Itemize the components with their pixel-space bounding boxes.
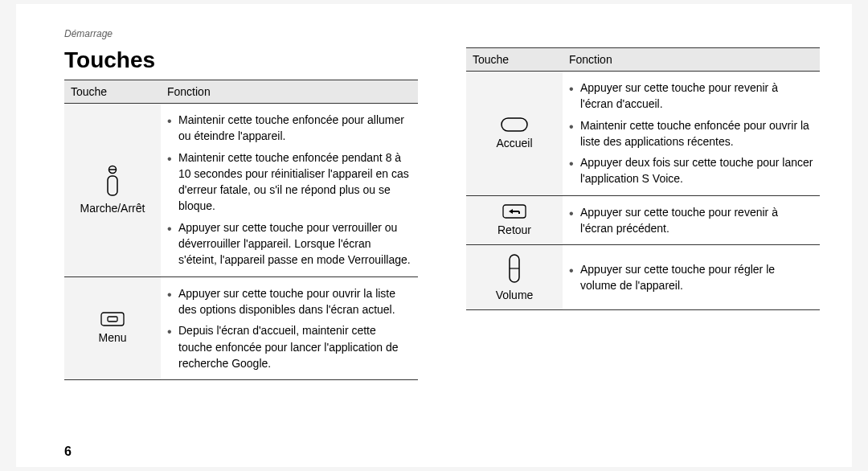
fn-item: Maintenir cette touche enfoncée pour all… <box>167 112 411 145</box>
svg-rect-4 <box>108 317 117 322</box>
left-table: Touche Fonction Marche/Arrêt <box>64 80 418 380</box>
key-cell-power: Marche/Arrêt <box>64 104 161 277</box>
key-cell-back: Retour <box>466 195 563 245</box>
svg-rect-5 <box>502 118 527 131</box>
key-label: Volume <box>496 289 534 301</box>
table-header-row: Touche Fonction <box>64 80 418 104</box>
table-header-row: Touche Fonction <box>466 48 820 72</box>
table-row: Retour Appuyer sur cette touche pour rev… <box>466 195 820 245</box>
page-title: Touches <box>64 47 418 73</box>
fn-item: Appuyer sur cette touche pour régler le … <box>569 261 813 294</box>
key-cell-volume: Volume <box>466 245 563 310</box>
col-fonction: Fonction <box>563 48 820 72</box>
col-fonction: Fonction <box>161 80 418 104</box>
page: Démarrage Touches Touche Fonction <box>16 4 852 467</box>
fn-item: Appuyer sur cette touche pour revenir à … <box>569 80 813 113</box>
key-label: Accueil <box>496 137 532 149</box>
home-icon <box>501 117 528 132</box>
fn-cell: Appuyer sur cette touche pour ouvrir la … <box>161 276 418 379</box>
table-row: Volume Appuyer sur cette touche pour rég… <box>466 245 820 310</box>
table-row: Accueil Appuyer sur cette touche pour re… <box>466 72 820 196</box>
volume-icon <box>508 253 521 284</box>
col-touche: Touche <box>466 48 563 72</box>
back-icon <box>502 204 526 219</box>
power-icon <box>105 165 120 197</box>
key-label: Retour <box>497 223 531 236</box>
fn-cell: Appuyer sur cette touche pour revenir à … <box>563 72 820 196</box>
page-number: 6 <box>64 444 72 459</box>
key-label: Menu <box>98 331 126 344</box>
fn-cell: Appuyer sur cette touche pour revenir à … <box>563 195 820 245</box>
left-column: Touches Touche Fonction Ma <box>64 47 418 380</box>
fn-item: Depuis l'écran d'accueil, maintenir cett… <box>167 322 411 371</box>
right-table: Touche Fonction Accueil <box>466 47 820 310</box>
menu-icon <box>100 312 125 326</box>
fn-item: Appuyer sur cette touche pour ouvrir la … <box>167 285 411 318</box>
table-row: Marche/Arrêt Maintenir cette touche enfo… <box>64 104 418 277</box>
svg-rect-3 <box>101 313 124 326</box>
fn-item: Appuyer sur cette touche pour revenir à … <box>569 204 813 237</box>
key-cell-menu: Menu <box>64 276 161 379</box>
fn-item: Maintenir cette touche enfoncée pour ouv… <box>569 117 813 150</box>
fn-item: Maintenir cette touche enfoncée pendant … <box>167 149 411 215</box>
fn-cell: Maintenir cette touche enfoncée pour all… <box>161 104 418 277</box>
two-columns: Touches Touche Fonction Ma <box>64 47 821 380</box>
section-header: Démarrage <box>64 28 821 39</box>
col-touche: Touche <box>64 80 161 104</box>
table-row: Menu Appuyer sur cette touche pour ouvri… <box>64 276 418 379</box>
key-cell-home: Accueil <box>466 72 563 196</box>
svg-rect-2 <box>108 176 117 195</box>
fn-cell: Appuyer sur cette touche pour régler le … <box>563 245 820 310</box>
fn-item: Appuyer sur cette touche pour verrouille… <box>167 219 411 268</box>
fn-item: Appuyer deux fois sur cette touche pour … <box>569 154 813 187</box>
right-column: Touche Fonction Accueil <box>466 47 820 380</box>
key-label: Marche/Arrêt <box>80 202 145 215</box>
